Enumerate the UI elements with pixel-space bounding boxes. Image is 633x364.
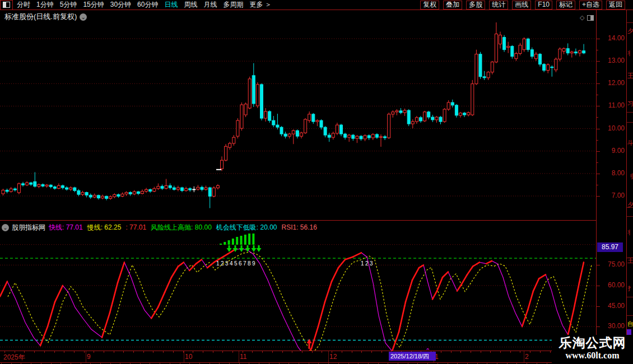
- candle: [356, 135, 359, 143]
- minor-tick: [84, 351, 85, 353]
- button-多股[interactable]: 多股: [466, 1, 485, 10]
- fast-line-rising: [48, 302, 55, 326]
- chevron-down-circle-icon[interactable]: ⌄: [80, 13, 87, 21]
- indicator-field: 风险线上高抛: 80.00: [151, 223, 212, 231]
- candle: [555, 58, 557, 72]
- candle: [411, 119, 414, 128]
- axis-minor-tick: [597, 117, 598, 118]
- candle: [336, 123, 338, 135]
- date-tick-label: 2: [525, 353, 529, 361]
- button-统计[interactable]: 统计: [489, 1, 508, 10]
- clipped-glyph: 斗: [627, 139, 633, 147]
- price-axis-label: 12.00: [599, 79, 625, 87]
- tab-月线[interactable]: 月线: [203, 0, 217, 10]
- pane-toggle-icon[interactable]: [587, 15, 594, 21]
- tab-30分钟[interactable]: 30分钟: [110, 0, 131, 10]
- date-axis[interactable]: 2025年9101112122025/12/18/四: [0, 351, 596, 363]
- split-window-icon: [3, 2, 10, 8]
- axis-minor-tick: [597, 162, 598, 163]
- sell-count-number: 5: [234, 260, 238, 267]
- minor-tick: [510, 351, 511, 353]
- minor-tick: [352, 351, 352, 353]
- minor-tick: [441, 351, 441, 353]
- minor-tick: [262, 351, 263, 353]
- minor-tick: [104, 351, 104, 353]
- minor-tick: [123, 351, 124, 353]
- tab-5分钟[interactable]: 5分钟: [60, 0, 77, 10]
- candle: [101, 195, 104, 199]
- candle: [463, 112, 466, 117]
- candle: [435, 116, 438, 123]
- candle: [22, 182, 25, 186]
- candle: [69, 186, 72, 191]
- button-F10[interactable]: F10: [535, 1, 552, 10]
- clipped-right-toolbar[interactable]: 夕丬王习斗刂夕丬王扌自1111: [626, 10, 633, 364]
- button-画线[interactable]: 画线: [512, 1, 531, 10]
- clipped-glyph: 王: [627, 72, 633, 80]
- minor-tick: [24, 351, 25, 353]
- sell-signal-bar: [240, 236, 243, 245]
- fast-line-rising: [353, 253, 361, 256]
- fast-line-rising: [221, 254, 227, 258]
- candle: [13, 188, 16, 192]
- tab-15分钟[interactable]: 15分钟: [83, 0, 104, 10]
- candle: [574, 49, 577, 55]
- fast-line-rising: [189, 264, 196, 270]
- indicator-chart[interactable]: 123456789123: [0, 234, 596, 351]
- collapse-indicator-icon[interactable]: ⌄: [2, 224, 9, 231]
- button-+自选[interactable]: +自选: [579, 1, 602, 10]
- month-separator: [184, 351, 184, 362]
- date-tick-label: 12: [329, 353, 337, 361]
- indicator-field: 快线: 77.01: [49, 223, 83, 231]
- split-window-button[interactable]: [0, 0, 13, 10]
- candle: [439, 116, 442, 124]
- sell-count-number: 2: [221, 260, 224, 267]
- clipped-glyph: 刂: [627, 172, 633, 181]
- button-返回[interactable]: 返回: [606, 1, 625, 10]
- button-标记[interactable]: 标记: [556, 1, 575, 10]
- candle: [407, 109, 410, 126]
- tab-60分钟[interactable]: 60分钟: [137, 0, 158, 10]
- candle: [479, 52, 482, 79]
- clipped-glyph: 习: [627, 100, 633, 108]
- candle: [113, 193, 116, 198]
- tab-分时[interactable]: 分时: [17, 0, 30, 10]
- minor-tick: [520, 351, 520, 353]
- fast-line-rising: [165, 277, 171, 292]
- candle: [137, 191, 139, 195]
- fast-line-rising: [486, 261, 492, 264]
- minor-tick: [54, 351, 55, 353]
- slow-line: [8, 252, 592, 351]
- candle: [6, 189, 8, 193]
- candle: [89, 194, 92, 199]
- candle: [324, 126, 327, 137]
- minor-tick: [4, 351, 5, 353]
- tab-更多 ＞[interactable]: 更多 ＞: [249, 0, 271, 10]
- candle: [519, 43, 522, 55]
- fast-line-rising: [196, 260, 202, 264]
- tab-多周期[interactable]: 多周期: [223, 0, 243, 10]
- date-tick-label: 11: [240, 353, 246, 361]
- candle: [173, 186, 175, 191]
- clipped-glyph: 丬: [627, 228, 633, 237]
- candle: [208, 187, 211, 208]
- fast-line-rising: [0, 282, 7, 297]
- minor-tick: [312, 351, 313, 353]
- price-axis-label: 7.00: [599, 192, 625, 199]
- tab-周线[interactable]: 周线: [184, 0, 197, 10]
- tab-日线[interactable]: 日线: [164, 0, 178, 10]
- button-复权[interactable]: 复权: [420, 1, 439, 10]
- candle: [320, 119, 323, 129]
- candle: [455, 104, 458, 118]
- candle: [360, 135, 362, 141]
- indicator-header: ⌄ 股朋指标网 快线: 77.01慢线: 62.25: 77.01风险线上高抛:…: [2, 223, 322, 232]
- tab-1分钟[interactable]: 1分钟: [36, 0, 54, 10]
- candle: [511, 45, 514, 59]
- button-叠加[interactable]: 叠加: [443, 1, 462, 10]
- candle: [161, 185, 164, 190]
- minor-tick: [222, 351, 223, 353]
- fast-line-rising: [432, 291, 437, 300]
- candlestick-chart[interactable]: [0, 22, 596, 221]
- candle: [451, 100, 454, 108]
- diamond-icon[interactable]: ◇: [580, 14, 584, 21]
